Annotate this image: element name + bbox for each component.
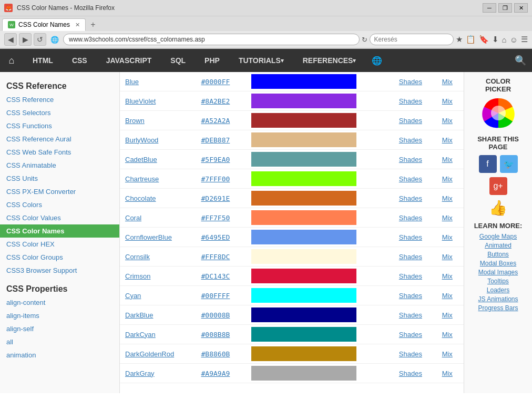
color-hex-link[interactable]: #B8860B (201, 350, 230, 358)
download-icon[interactable]: ⬇ (492, 35, 499, 44)
mix-link[interactable]: Mix (442, 97, 453, 105)
mix-link[interactable]: Mix (442, 117, 453, 125)
sidebar-item-css-color-groups[interactable]: CSS Color Groups (0, 251, 119, 264)
back-button[interactable]: ◀ (4, 33, 17, 46)
sidebar-item-align-content[interactable]: align-content (0, 296, 119, 309)
nav-references[interactable]: REFERENCES (293, 49, 366, 72)
learn-modal-images[interactable]: Modal Images (468, 269, 528, 276)
reading-list-icon[interactable]: 📋 (466, 35, 476, 44)
bookmark-star-icon[interactable]: ★ (456, 35, 463, 44)
shades-link[interactable]: Shades (399, 117, 422, 125)
sidebar-item-align-self[interactable]: align-self (0, 322, 119, 335)
learn-buttons[interactable]: Buttons (468, 251, 528, 258)
sidebar-item-css-web-safe-fonts[interactable]: CSS Web Safe Fonts (0, 146, 119, 159)
color-hex-link[interactable]: #00FFFF (201, 292, 230, 300)
color-wheel[interactable] (480, 97, 517, 129)
sidebar-item-css-selectors[interactable]: CSS Selectors (0, 106, 119, 119)
shades-link[interactable]: Shades (399, 97, 422, 105)
color-name-link[interactable]: BlueViolet (125, 97, 156, 105)
home-nav-icon[interactable]: ⌂ (502, 35, 507, 44)
sidebar-item-css-color-names[interactable]: CSS Color Names (0, 224, 119, 238)
learn-google-maps[interactable]: Google Maps (468, 233, 528, 240)
facebook-share-button[interactable]: f (479, 155, 497, 173)
active-tab[interactable]: W CSS Color Names ✕ (2, 18, 86, 31)
color-name-link[interactable]: Chocolate (125, 194, 156, 202)
minimize-button[interactable]: ─ (483, 3, 496, 13)
color-name-link[interactable]: Cornsilk (125, 253, 150, 261)
nav-javascript[interactable]: JAVASCRIPT (97, 49, 161, 72)
shades-link[interactable]: Shades (399, 194, 422, 202)
shades-link[interactable]: Shades (399, 350, 422, 358)
mix-link[interactable]: Mix (442, 78, 453, 86)
sidebar-item-css-colors[interactable]: CSS Colors (0, 198, 119, 211)
mix-link[interactable]: Mix (442, 194, 453, 202)
learn-js-animations[interactable]: JS Animations (468, 295, 528, 303)
sidebar-item-css-functions[interactable]: CSS Functions (0, 119, 119, 132)
close-button[interactable]: ✕ (514, 3, 528, 13)
sidebar-item-align-items[interactable]: align-items (0, 309, 119, 322)
shades-link[interactable]: Shades (399, 78, 422, 86)
sidebar-item-css-units[interactable]: CSS Units (0, 172, 119, 185)
color-hex-link[interactable]: #FFF8DC (201, 253, 230, 261)
color-hex-link[interactable]: #0000FF (201, 78, 230, 86)
shades-link[interactable]: Shades (399, 292, 422, 300)
color-hex-link[interactable]: #7FFF00 (201, 175, 230, 183)
search-input[interactable] (370, 34, 454, 45)
sidebar-item-css-reference-aural[interactable]: CSS Reference Aural (0, 132, 119, 146)
color-name-link[interactable]: CornflowerBlue (125, 233, 172, 241)
mix-link[interactable]: Mix (442, 136, 453, 144)
sidebar-item-css-animatable[interactable]: CSS Animatable (0, 159, 119, 172)
color-name-link[interactable]: Chartreuse (125, 175, 159, 183)
shades-link[interactable]: Shades (399, 175, 422, 183)
restore-button[interactable]: ❐ (498, 3, 512, 13)
nav-php[interactable]: PHP (195, 49, 229, 72)
sidebar-item-css-color-values[interactable]: CSS Color Values (0, 211, 119, 224)
color-hex-link[interactable]: #00008B (201, 311, 230, 319)
color-name-link[interactable]: DarkCyan (125, 331, 156, 339)
color-name-link[interactable]: Cyan (125, 292, 141, 300)
sidebar-item-css-color-hex[interactable]: CSS Color HEX (0, 238, 119, 251)
mix-link[interactable]: Mix (442, 370, 453, 377)
color-hex-link[interactable]: #A52A2A (201, 117, 230, 125)
learn-progress-bars[interactable]: Progress Bars (468, 304, 528, 312)
mix-link[interactable]: Mix (442, 272, 453, 280)
shades-link[interactable]: Shades (399, 136, 422, 144)
tab-close-button[interactable]: ✕ (75, 22, 80, 28)
shades-link[interactable]: Shades (399, 370, 422, 377)
shades-link[interactable]: Shades (399, 331, 422, 339)
learn-animated[interactable]: Animated (468, 242, 528, 249)
mix-link[interactable]: Mix (442, 214, 453, 222)
menu-icon[interactable]: ☰ (521, 35, 528, 44)
color-hex-link[interactable]: #8A2BE2 (201, 97, 230, 105)
color-hex-link[interactable]: #FF7F50 (201, 214, 230, 222)
sidebar-item-css3-browser-support[interactable]: CSS3 Browser Support (0, 264, 119, 277)
learn-modal-boxes[interactable]: Modal Boxes (468, 260, 528, 267)
mix-link[interactable]: Mix (442, 331, 453, 339)
url-input[interactable] (63, 34, 360, 45)
googleplus-share-button[interactable]: g+ (489, 177, 507, 195)
smiley-icon[interactable]: ☺ (510, 35, 518, 44)
new-tab-button[interactable]: + (87, 18, 99, 31)
forward-button[interactable]: ▶ (19, 33, 32, 46)
mix-link[interactable]: Mix (442, 350, 453, 358)
color-hex-link[interactable]: #6495ED (201, 233, 230, 241)
learn-loaders[interactable]: Loaders (468, 286, 528, 294)
mix-link[interactable]: Mix (442, 175, 453, 183)
pocket-icon[interactable]: 🔖 (479, 35, 489, 44)
sidebar-item-css-reference[interactable]: CSS Reference (0, 93, 119, 106)
color-name-link[interactable]: DarkBlue (125, 311, 153, 319)
shades-link[interactable]: Shades (399, 156, 422, 163)
twitter-share-button[interactable]: 🐦 (500, 155, 518, 173)
sidebar-item-all[interactable]: all (0, 335, 119, 348)
learn-tooltips[interactable]: Tooltips (468, 278, 528, 285)
shades-link[interactable]: Shades (399, 233, 422, 241)
color-name-link[interactable]: DarkGoldenRod (125, 350, 174, 358)
color-name-link[interactable]: CadetBlue (125, 156, 157, 163)
color-hex-link[interactable]: #008B8B (201, 331, 230, 339)
nav-tutorials[interactable]: TUTORIALS (229, 49, 293, 72)
mix-link[interactable]: Mix (442, 292, 453, 300)
shades-link[interactable]: Shades (399, 214, 422, 222)
color-name-link[interactable]: Blue (125, 78, 139, 86)
home-button[interactable]: ⌂ (0, 49, 23, 72)
nav-html[interactable]: HTML (23, 49, 63, 72)
